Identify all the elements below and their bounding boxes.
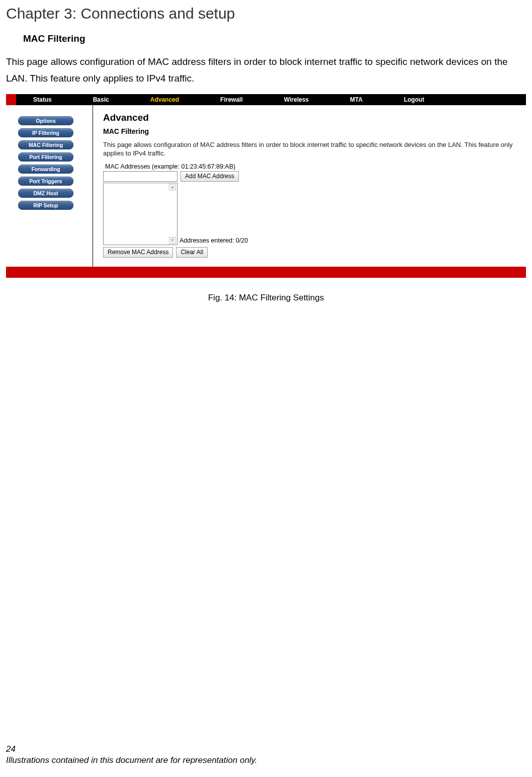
scroll-down-icon[interactable]: ▼	[169, 237, 176, 244]
section-title: MAC Filtering	[0, 22, 532, 44]
topnav-basic[interactable]: Basic	[93, 96, 109, 103]
topbar: Status Basic Advanced Firewall Wireless …	[6, 94, 526, 105]
topnav-status[interactable]: Status	[33, 96, 52, 103]
sidenav-port-triggers[interactable]: Port Triggers	[18, 177, 73, 186]
body-text: This page allows configuration of MAC ad…	[0, 44, 532, 87]
mac-add-row: Add MAC Address	[103, 171, 516, 182]
topnav: Status Basic Advanced Firewall Wireless …	[16, 94, 526, 105]
topnav-mta[interactable]: MTA	[350, 96, 363, 103]
router-body: Options IP Filtering MAC Filtering Port …	[6, 105, 526, 267]
main-description: This page allows configuration of MAC ad…	[103, 140, 516, 158]
topbar-red-accent	[6, 94, 16, 105]
chapter-title: Chapter 3: Connections and setup	[0, 0, 532, 22]
sidenav-mac-filtering[interactable]: MAC Filtering	[18, 140, 73, 149]
remove-mac-button[interactable]: Remove MAC Address	[103, 247, 173, 258]
main-subheading: MAC Filtering	[103, 127, 516, 135]
clear-all-button[interactable]: Clear All	[176, 247, 208, 258]
figure-caption: Fig. 14: MAC Filtering Settings	[0, 293, 532, 303]
page-footer: 24 Illustrations contained in this docum…	[6, 744, 257, 766]
sidenav-port-filtering[interactable]: Port Filtering	[18, 152, 73, 162]
mac-list[interactable]: ▲ ▼	[103, 183, 178, 245]
topnav-wireless[interactable]: Wireless	[284, 96, 309, 103]
page-number: 24	[6, 744, 257, 755]
sidenav: Options IP Filtering MAC Filtering Port …	[6, 105, 93, 267]
bottombar	[6, 267, 526, 278]
addresses-entered-label: Addresses entered: 0/20	[180, 237, 248, 245]
router-screenshot: Status Basic Advanced Firewall Wireless …	[6, 94, 526, 278]
scroll-up-icon[interactable]: ▲	[169, 184, 176, 191]
add-mac-button[interactable]: Add MAC Address	[181, 171, 239, 182]
sidenav-dmz-host[interactable]: DMZ Host	[18, 189, 73, 198]
mac-list-row: ▲ ▼ Addresses entered: 0/20	[103, 183, 516, 245]
sidenav-forwarding[interactable]: Forwarding	[18, 165, 73, 174]
mac-action-row: Remove MAC Address Clear All	[103, 247, 516, 258]
mac-input[interactable]	[103, 171, 178, 182]
main-panel: Advanced MAC Filtering This page allows …	[93, 105, 526, 267]
topnav-advanced[interactable]: Advanced	[150, 96, 179, 103]
sidenav-options[interactable]: Options	[18, 116, 73, 125]
footer-note: Illustrations contained in this document…	[6, 755, 257, 766]
topnav-logout[interactable]: Logout	[404, 96, 424, 103]
main-heading: Advanced	[103, 112, 516, 123]
sidenav-ip-filtering[interactable]: IP Filtering	[18, 128, 73, 137]
mac-addresses-label: MAC Addresses (example: 01:23:45:67:89:A…	[105, 163, 516, 170]
sidenav-rip-setup[interactable]: RIP Setup	[18, 201, 73, 210]
topnav-firewall[interactable]: Firewall	[220, 96, 243, 103]
